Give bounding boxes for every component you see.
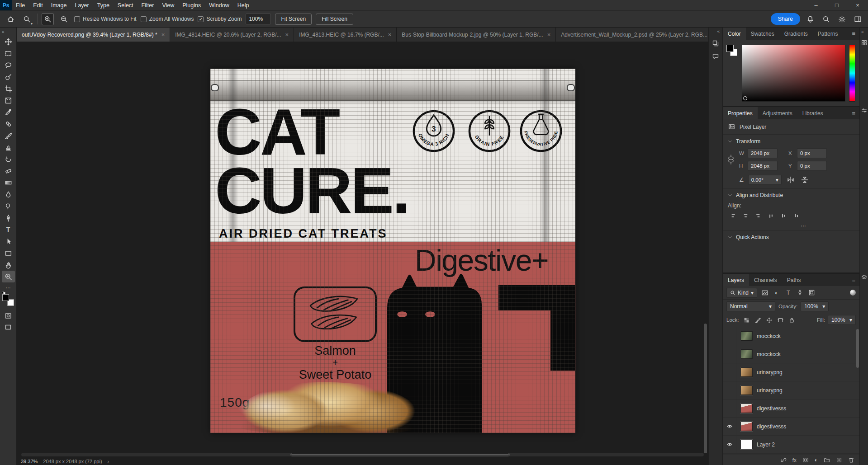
rectangle-tool[interactable] [2,247,15,259]
scrubby-zoom-checkbox[interactable]: ✓ Scrubby Zoom [198,16,242,22]
menu-layer[interactable]: Layer [71,0,93,10]
tab-adjustments[interactable]: Adjustments [758,107,797,119]
color-picker-handle[interactable] [743,96,747,100]
lasso-tool[interactable] [2,59,15,71]
edit-toolbar-ellipsis[interactable]: … [5,282,11,291]
lock-artboard-icon[interactable] [777,316,784,324]
quick-mask-button[interactable] [5,312,12,319]
screen-mode-button[interactable] [5,324,12,331]
spot-healing-brush-tool[interactable] [2,118,15,130]
menu-plugins[interactable]: Plugins [178,0,205,10]
close-icon[interactable]: × [285,31,289,38]
tab-paths[interactable]: Paths [782,274,806,286]
visibility-toggle[interactable] [723,381,736,399]
type-tool[interactable]: T [2,224,15,235]
layer-thumbnail[interactable] [740,331,753,341]
path-selection-tool[interactable] [2,235,15,247]
align-right-button[interactable] [753,211,763,220]
maximize-button[interactable]: □ [826,0,847,10]
close-window-button[interactable]: × [847,0,868,10]
tab-channels[interactable]: Channels [749,274,782,286]
document-tab-5[interactable]: Advertisement_Wall_Mockup_2.psd @ 25% (L… [556,28,708,42]
move-tool[interactable] [2,36,15,47]
menu-edit[interactable]: Edit [29,0,47,10]
lock-position-icon[interactable] [765,316,773,324]
close-icon[interactable]: × [161,31,165,38]
menu-type[interactable]: Type [93,0,114,10]
align-left-button[interactable] [728,211,738,220]
horizontal-scrollbar[interactable] [21,453,704,456]
panel-menu-icon[interactable]: ≡ [848,274,859,286]
canvas-viewport[interactable]: CAT CURE. AIR DRIED CAT TREATS 3 OMEGA 3… [17,42,708,453]
document-tab-4[interactable]: Bus-Stop-Billboard-Mockup-2.jpg @ 50% (L… [397,28,556,42]
menu-filter[interactable]: Filter [138,0,158,10]
add-layer-mask-icon[interactable] [802,457,809,463]
collapse-toolbar-icon[interactable]: « [0,29,6,36]
layer-thumbnail[interactable] [740,349,753,359]
new-adjustment-layer-icon[interactable]: ◐ [815,457,818,463]
crop-tool[interactable] [2,83,15,94]
settings-gear-icon[interactable] [836,13,848,25]
tab-gradients[interactable]: Gradients [779,28,813,40]
close-icon[interactable]: × [388,31,392,38]
align-center-vertical-button[interactable] [778,211,788,220]
lock-all-icon[interactable] [788,316,796,324]
fill-dropdown[interactable]: 100% ▾ [828,315,856,325]
eyedropper-tool[interactable] [2,106,15,118]
layer-thumbnail[interactable] [740,367,753,377]
layer-thumbnail[interactable] [740,385,753,395]
menu-view[interactable]: View [158,0,178,10]
quick-actions-header[interactable]: Quick Actions [723,230,859,243]
panel-menu-icon[interactable]: ≡ [848,107,859,119]
panel-menu-icon[interactable]: ≡ [848,28,859,40]
notifications-bell-icon[interactable] [804,13,816,25]
quick-selection-tool[interactable] [2,71,15,83]
visibility-toggle[interactable] [723,345,736,363]
y-input[interactable]: 0 px [797,161,827,171]
zoom-all-windows-checkbox[interactable]: Zoom All Windows [141,16,194,22]
rectangular-marquee-tool[interactable] [2,47,15,59]
share-button[interactable]: Share [771,13,800,25]
tab-properties[interactable]: Properties [723,107,758,119]
tab-layers[interactable]: Layers [723,274,749,286]
minimize-button[interactable]: – [806,0,826,10]
visibility-toggle[interactable] [723,399,736,417]
fit-screen-button[interactable]: Fit Screen [275,14,312,25]
filter-shape-layers-icon[interactable] [796,288,804,297]
close-icon[interactable]: × [547,31,551,38]
blend-mode-dropdown[interactable]: Normal ▾ [726,301,775,311]
default-colors-icon[interactable] [2,291,6,294]
filter-smart-objects-icon[interactable] [807,288,816,297]
document-tab-3[interactable]: IMG_4813.HEIC @ 16.7% (RGB/... × [294,28,397,42]
clone-stamp-tool[interactable] [2,141,15,153]
resize-windows-checkbox[interactable]: Resize Windows to Fit [74,16,137,22]
foreground-background-swatches[interactable] [2,294,14,306]
menu-window[interactable]: Window [205,0,233,10]
flip-vertical-button[interactable] [800,175,810,184]
filter-toggle-sphere[interactable] [850,290,856,296]
home-button[interactable] [5,13,17,25]
zoom-tool[interactable] [2,271,15,282]
flip-horizontal-button[interactable] [786,175,796,184]
filter-pixel-layers-icon[interactable] [760,288,769,297]
lock-transparency-icon[interactable] [743,316,750,324]
zoom-percentage-input[interactable]: 100% [246,14,271,24]
visibility-toggle[interactable] [723,418,736,435]
layer-row-mocckcck-2[interactable]: mocckcck [723,345,859,363]
layer-thumbnail[interactable] [740,422,753,431]
layer-row-mocckcck-1[interactable]: mocckcck [723,327,859,345]
gradient-tool[interactable] [2,177,15,188]
link-dimensions-icon[interactable] [728,154,734,165]
comments-panel-icon[interactable] [712,53,719,60]
filter-type-layers-icon[interactable]: T [784,288,792,297]
scrollbar-thumb[interactable] [291,453,509,456]
align-top-button[interactable] [766,211,776,220]
delete-layer-icon[interactable] [848,457,854,463]
workspace-layout-icon[interactable] [852,13,863,25]
eraser-tool[interactable] [2,165,15,177]
menu-select[interactable]: Select [114,0,138,10]
align-center-horizontal-button[interactable] [740,211,750,220]
search-icon[interactable] [820,13,832,25]
zoom-in-button[interactable] [42,13,54,25]
tab-libraries[interactable]: Libraries [797,107,828,119]
